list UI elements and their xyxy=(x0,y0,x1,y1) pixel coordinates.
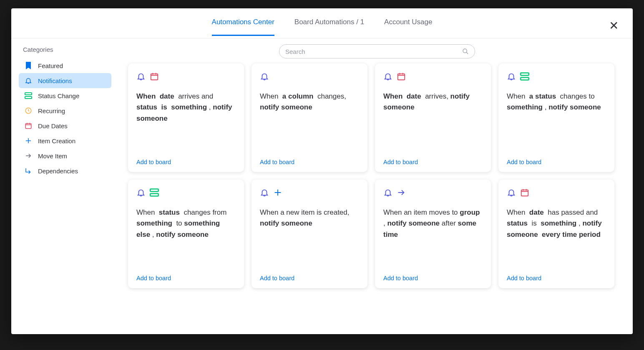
status-icon xyxy=(520,72,529,81)
plus-icon xyxy=(273,188,282,197)
add-to-board-link[interactable]: Add to board xyxy=(383,159,418,165)
card-description: When an item moves to group , notify som… xyxy=(383,207,483,271)
category-dependencies[interactable]: Dependencies xyxy=(19,163,111,178)
category-recurring[interactable]: Recurring xyxy=(19,103,111,118)
calendar-icon xyxy=(520,188,529,197)
add-to-board-link[interactable]: Add to board xyxy=(136,159,171,165)
category-label: Featured xyxy=(38,63,63,69)
automation-card[interactable]: When an item moves to group , notify som… xyxy=(375,180,491,288)
main-content: When date arrives and status is somethin… xyxy=(115,38,633,334)
bell-icon xyxy=(25,77,32,84)
status-icon xyxy=(150,188,159,197)
card-icons xyxy=(136,72,236,81)
card-description: When date arrives and status is somethin… xyxy=(136,91,236,155)
svg-rect-9 xyxy=(150,189,158,191)
calendar-icon xyxy=(25,122,32,129)
svg-rect-5 xyxy=(151,74,158,80)
search-input[interactable] xyxy=(285,48,462,55)
category-label: Dependencies xyxy=(38,168,78,174)
svg-rect-7 xyxy=(521,73,529,75)
recurring-icon xyxy=(25,107,32,114)
card-icons xyxy=(260,72,359,81)
category-label: Notifications xyxy=(38,78,72,84)
card-description: When date has passed and status is somet… xyxy=(507,207,606,271)
bell-icon xyxy=(136,188,146,197)
card-description: When a new item is created, notify someo… xyxy=(260,207,359,271)
sidebar-title: Categories xyxy=(19,46,111,58)
card-icons xyxy=(383,188,483,197)
bell-icon xyxy=(260,72,269,81)
card-icons xyxy=(507,188,606,197)
category-label: Recurring xyxy=(38,108,65,114)
tab-automations-center[interactable]: Automations Center xyxy=(212,18,274,36)
category-notifications[interactable]: Notifications xyxy=(19,73,111,88)
category-item-creation[interactable]: Item Creation xyxy=(19,133,111,148)
arrow-icon xyxy=(25,152,32,160)
add-to-board-link[interactable]: Add to board xyxy=(507,159,541,165)
search-row xyxy=(125,43,629,63)
category-label: Due Dates xyxy=(38,123,68,129)
bell-icon xyxy=(383,72,392,81)
automation-card[interactable]: When date arrives, notify someoneAdd to … xyxy=(375,63,491,172)
automation-card[interactable]: When a status changes to something , not… xyxy=(498,63,614,172)
svg-rect-1 xyxy=(25,96,32,99)
category-label: Status Change xyxy=(38,93,79,99)
add-to-board-link[interactable]: Add to board xyxy=(383,275,418,282)
svg-rect-10 xyxy=(150,193,158,196)
svg-rect-8 xyxy=(521,77,529,80)
card-icons xyxy=(383,72,483,81)
svg-point-4 xyxy=(463,49,467,53)
svg-rect-3 xyxy=(25,124,31,129)
card-icons xyxy=(260,188,359,197)
bell-icon xyxy=(260,188,269,197)
close-button[interactable]: ✕ xyxy=(609,20,619,32)
add-to-board-link[interactable]: Add to board xyxy=(260,275,294,282)
automation-card[interactable]: When status changes from something to so… xyxy=(128,180,244,288)
status-icon xyxy=(25,92,32,99)
card-description: When a column changes, notify someone xyxy=(260,91,359,155)
svg-rect-11 xyxy=(521,190,528,196)
automation-card[interactable]: When a column changes, notify someoneAdd… xyxy=(252,63,367,172)
card-description: When status changes from something to so… xyxy=(136,207,236,271)
bell-icon xyxy=(383,188,392,197)
modal-body: Categories Featured Notifications Status… xyxy=(11,38,633,334)
card-description: When date arrives, notify someone xyxy=(383,91,483,155)
search-icon xyxy=(462,48,469,55)
card-description: When a status changes to something , not… xyxy=(507,91,606,155)
category-move-item[interactable]: Move Item xyxy=(19,148,111,163)
add-to-board-link[interactable]: Add to board xyxy=(507,275,541,282)
bell-icon xyxy=(507,188,516,197)
tab-account-usage[interactable]: Account Usage xyxy=(384,18,432,36)
dependency-icon xyxy=(25,167,32,175)
tabs: Automations Center Board Automations / 1… xyxy=(212,18,433,36)
card-icons xyxy=(136,188,236,197)
bell-icon xyxy=(136,72,146,81)
automation-card[interactable]: When date has passed and status is somet… xyxy=(498,180,614,288)
cards-grid: When date arrives and status is somethin… xyxy=(125,61,629,301)
category-due-dates[interactable]: Due Dates xyxy=(19,118,111,133)
category-featured[interactable]: Featured xyxy=(19,58,111,73)
card-icons xyxy=(507,72,606,81)
automation-card[interactable]: When date arrives and status is somethin… xyxy=(128,63,244,172)
tabs-bar: Automations Center Board Automations / 1… xyxy=(11,8,633,38)
plus-icon xyxy=(25,137,32,145)
bell-icon xyxy=(507,72,516,81)
svg-rect-0 xyxy=(25,93,32,95)
category-label: Move Item xyxy=(38,153,67,159)
sidebar: Categories Featured Notifications Status… xyxy=(11,38,115,334)
automation-card[interactable]: When a new item is created, notify someo… xyxy=(252,180,367,288)
category-status-change[interactable]: Status Change xyxy=(19,88,111,103)
category-label: Item Creation xyxy=(38,138,75,144)
cards-scroll[interactable]: When date arrives and status is somethin… xyxy=(125,61,629,334)
arrow-icon xyxy=(397,188,406,197)
search-box[interactable] xyxy=(279,44,475,58)
automations-modal: Automations Center Board Automations / 1… xyxy=(11,8,633,334)
svg-rect-6 xyxy=(398,74,405,80)
tab-board-automations[interactable]: Board Automations / 1 xyxy=(294,18,364,36)
bookmark-icon xyxy=(25,62,32,69)
calendar-icon xyxy=(150,72,159,81)
calendar-icon xyxy=(397,72,406,81)
add-to-board-link[interactable]: Add to board xyxy=(260,159,294,165)
add-to-board-link[interactable]: Add to board xyxy=(136,275,171,282)
